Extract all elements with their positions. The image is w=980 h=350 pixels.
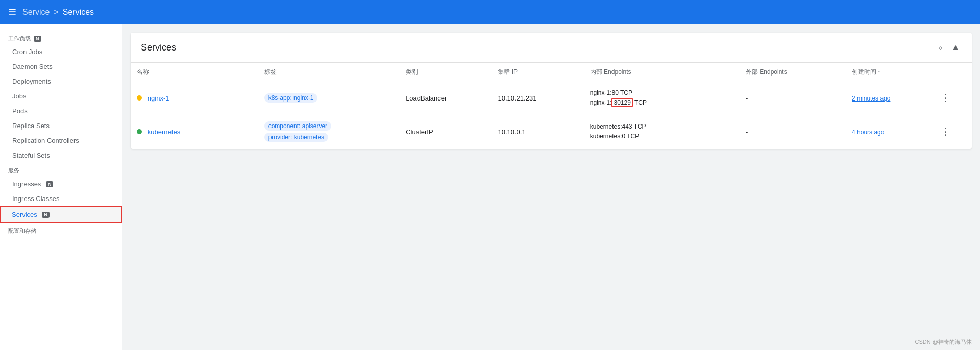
breadcrumb: Service > Services — [22, 8, 94, 17]
col-cluster-ip: 集群 IP — [492, 63, 583, 82]
watermark: CSDN @神奇的海马体 — [915, 338, 972, 346]
sidebar-item-pods[interactable]: Pods — [0, 104, 122, 118]
tag-item: k8s-app: nginx-1 — [264, 93, 318, 103]
service-status-name-k8s: kubernetes — [131, 114, 258, 149]
sidebar-item-stateful-sets[interactable]: Stateful Sets — [0, 148, 122, 163]
service-tags-nginx: k8s-app: nginx-1 — [258, 82, 400, 114]
app-header: ☰ Service > Services — [0, 0, 980, 24]
ep-line-1: nginx-1:80 TCP — [590, 88, 733, 98]
main-content: Services ⬦ ▲ 名称 标签 类别 集群 IP 内部 Endpoints… — [122, 24, 980, 350]
collapse-icon[interactable]: ▲ — [949, 41, 962, 54]
service-actions-k8s: ⋮ — [930, 114, 972, 149]
time-link-k8s[interactable]: 4 hours ago — [852, 129, 884, 136]
sidebar-item-ingress-classes[interactable]: Ingress Classes — [0, 191, 122, 206]
ep-k8s-line-1: kubernetes:443 TCP — [590, 122, 733, 132]
tag-item-1: component: apiserver — [264, 121, 331, 131]
ingresses-badge: N — [46, 181, 54, 187]
time-link-nginx[interactable]: 2 minutes ago — [852, 95, 890, 102]
service-cluster-ip-nginx: 10.10.21.231 — [492, 82, 583, 114]
col-external-ep: 外部 Endpoints — [740, 63, 846, 82]
service-created-k8s: 4 hours ago — [846, 114, 930, 149]
col-created[interactable]: 创建时间 — [846, 63, 930, 82]
sidebar-item-replica-sets[interactable]: Replica Sets — [0, 118, 122, 133]
main-layout: 工作负载 N Cron Jobs Daemon Sets Deployments… — [0, 24, 980, 350]
service-cluster-ip-k8s: 10.10.0.1 — [492, 114, 583, 149]
service-external-ep-k8s: - — [740, 114, 846, 149]
services-card: Services ⬦ ▲ 名称 标签 类别 集群 IP 内部 Endpoints… — [131, 33, 972, 149]
status-dot-green — [137, 129, 142, 134]
breadcrumb-separator: > — [54, 8, 58, 17]
workload-badge: N — [34, 36, 41, 42]
service-external-ep-nginx: - — [740, 82, 846, 114]
status-dot-yellow — [137, 95, 142, 101]
sidebar-section-config: 配置和存储 — [0, 223, 122, 237]
tag-item-2: provider: kubernetes — [264, 133, 328, 142]
col-actions — [930, 63, 972, 82]
col-internal-ep: 内部 Endpoints — [584, 63, 740, 82]
table-row: nginx-1 k8s-app: nginx-1 LoadBalancer 10… — [131, 82, 972, 114]
service-link-kubernetes[interactable]: kubernetes — [148, 128, 180, 136]
services-badge: N — [42, 212, 50, 218]
service-type-nginx: LoadBalancer — [400, 82, 492, 114]
sidebar-item-daemon-sets[interactable]: Daemon Sets — [0, 59, 122, 74]
col-type: 类别 — [400, 63, 492, 82]
sidebar-item-replication-controllers[interactable]: Replication Controllers — [0, 133, 122, 148]
breadcrumb-current: Services — [63, 8, 94, 17]
col-name: 名称 — [131, 63, 258, 82]
sidebar-item-jobs[interactable]: Jobs — [0, 89, 122, 104]
sidebar-item-cron-jobs[interactable]: Cron Jobs — [0, 44, 122, 59]
header-actions: ⬦ ▲ — [936, 41, 962, 54]
sidebar-section-workload: 工作负载 N — [0, 31, 122, 44]
sidebar-item-ingresses[interactable]: Ingresses N — [0, 177, 122, 191]
service-created-nginx: 2 minutes ago — [846, 82, 930, 114]
table-row: kubernetes component: apiserver provider… — [131, 114, 972, 149]
more-actions-nginx[interactable]: ⋮ — [937, 91, 954, 105]
sidebar-item-deployments[interactable]: Deployments — [0, 74, 122, 89]
service-actions-nginx: ⋮ — [930, 82, 972, 114]
service-internal-ep-nginx: nginx-1:80 TCP nginx-1:30129 TCP — [584, 82, 740, 114]
card-header: Services ⬦ ▲ — [131, 33, 972, 63]
service-tags-k8s: component: apiserver provider: kubernete… — [258, 114, 400, 149]
service-type-k8s: ClusterIP — [400, 114, 492, 149]
page-title: Services — [141, 42, 176, 53]
ep-k8s-line-2: kubernetes:0 TCP — [590, 132, 733, 141]
highlighted-port: 30129 — [611, 98, 632, 107]
table-header-row: 名称 标签 类别 集群 IP 内部 Endpoints 外部 Endpoints… — [131, 63, 972, 82]
filter-icon[interactable]: ⬦ — [936, 41, 945, 54]
sidebar: 工作负载 N Cron Jobs Daemon Sets Deployments… — [0, 24, 122, 350]
more-actions-k8s[interactable]: ⋮ — [937, 124, 954, 139]
service-internal-ep-k8s: kubernetes:443 TCP kubernetes:0 TCP — [584, 114, 740, 149]
sidebar-item-services[interactable]: Services N — [0, 206, 122, 223]
services-table: 名称 标签 类别 集群 IP 内部 Endpoints 外部 Endpoints… — [131, 63, 972, 149]
ep-line-2: nginx-1:30129 TCP — [590, 98, 733, 108]
menu-icon[interactable]: ☰ — [8, 7, 16, 18]
col-tags: 标签 — [258, 63, 400, 82]
sidebar-section-services: 服务 — [0, 163, 122, 177]
breadcrumb-service[interactable]: Service — [22, 8, 50, 17]
service-link-nginx[interactable]: nginx-1 — [148, 94, 169, 102]
service-status-name: nginx-1 — [131, 82, 258, 114]
